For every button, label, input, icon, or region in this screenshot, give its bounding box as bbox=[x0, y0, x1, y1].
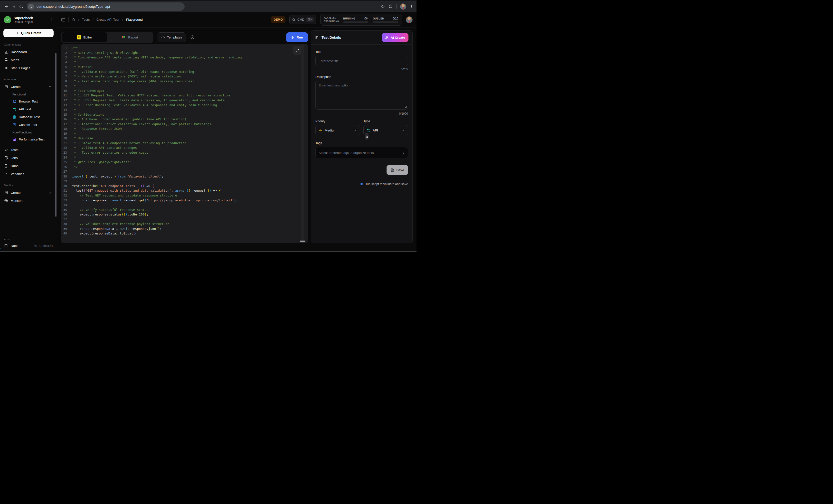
editor-scrollbar-thumb[interactable] bbox=[300, 241, 305, 242]
sidebar-item-performance-test[interactable]: k6 Performance Test bbox=[13, 136, 54, 143]
square-plus-icon bbox=[4, 85, 8, 89]
reload-button[interactable] bbox=[18, 3, 25, 10]
chrome-menu-icon[interactable] bbox=[410, 5, 413, 8]
description-counter: 0/1000 bbox=[315, 112, 408, 115]
code-editor[interactable]: 1/**2 * REST API testing with Playwright… bbox=[61, 44, 308, 243]
api-arrows-icon bbox=[366, 128, 370, 132]
chevron-down-icon bbox=[354, 129, 357, 132]
priority-select[interactable]: Medium bbox=[315, 125, 360, 135]
user-avatar[interactable] bbox=[406, 16, 412, 23]
grip-dots-icon bbox=[366, 135, 368, 138]
sidebar-item-custom-test[interactable]: Custom Test bbox=[13, 121, 54, 129]
back-button[interactable] bbox=[3, 3, 10, 10]
code-line: 15 * Configuration: bbox=[61, 112, 308, 117]
address-bar[interactable]: demo.supercheck.io/playground?scriptType… bbox=[27, 2, 185, 11]
panel-title: Test Details bbox=[322, 35, 341, 40]
command-search-button[interactable]: CMD ⌘K bbox=[289, 15, 316, 24]
project-subtitle: Default Project bbox=[14, 20, 33, 24]
type-label: Type bbox=[363, 119, 408, 123]
home-icon[interactable] bbox=[72, 18, 75, 21]
code-line: 14 * bbox=[61, 107, 308, 112]
code-line: 12 * 2. POST Request Test: Tests data su… bbox=[61, 98, 308, 103]
project-switcher[interactable]: Supercheck Default Project bbox=[3, 15, 54, 24]
breadcrumb-tests[interactable]: Tests bbox=[82, 18, 90, 21]
url-text[interactable]: demo.supercheck.io/playground?scriptType… bbox=[37, 5, 110, 8]
playwright-masks-icon bbox=[122, 35, 126, 40]
quick-create-button[interactable]: Quick Create bbox=[3, 29, 54, 37]
search-icon bbox=[292, 18, 295, 21]
sidebar-item-alerts[interactable]: Alerts bbox=[3, 56, 54, 64]
priority-label: Priority bbox=[315, 119, 360, 123]
panel-resize-handle[interactable] bbox=[365, 133, 368, 140]
editor-toolbar: JS Editor bbox=[61, 30, 308, 44]
code-line: 8 * - Test error handling for edge cases… bbox=[61, 79, 308, 84]
code-line: 17 * - Assertions: Strict validation (ex… bbox=[61, 122, 308, 127]
code-line: 29 bbox=[61, 179, 308, 184]
templates-button[interactable]: Templates bbox=[158, 32, 186, 42]
save-hint: Run script to validate and save bbox=[315, 182, 408, 186]
code-line: 35 // Verify successful response status bbox=[61, 208, 308, 212]
bookmark-star-icon[interactable] bbox=[381, 4, 385, 9]
tags-select[interactable]: Select or create tags to organize tests.… bbox=[315, 147, 408, 158]
code-line: 18 * - Response Format: JSON bbox=[61, 126, 308, 131]
bell-icon bbox=[4, 58, 8, 62]
sidebar-toggle-button[interactable] bbox=[61, 18, 66, 22]
code-line: 22 * - Validate API contract changes bbox=[61, 145, 308, 150]
code-line: 20 * Use Case: bbox=[61, 136, 308, 141]
queued-group: QUEUED0/10 bbox=[373, 17, 398, 23]
chrome-divider bbox=[396, 4, 397, 9]
plus-icon bbox=[16, 31, 19, 35]
priority-medium-arrow-icon bbox=[318, 128, 322, 132]
editor-scrollbar-track[interactable] bbox=[301, 44, 304, 243]
code-line: 28import { test, expect } from '@playwri… bbox=[61, 174, 308, 179]
browser-chrome: demo.supercheck.io/playground?scriptType… bbox=[0, 0, 416, 12]
code-line: 16 * - API Base: JSONPlaceholder (public… bbox=[61, 117, 308, 122]
code-line: 40 expect(responseData).toEqual({ bbox=[61, 231, 308, 236]
variables-icon bbox=[4, 172, 8, 176]
ai-create-button[interactable]: AI Create bbox=[382, 33, 408, 42]
sidebar-item-runs[interactable]: Runs bbox=[3, 162, 54, 170]
expand-editor-button[interactable] bbox=[293, 46, 302, 55]
description-textarea[interactable] bbox=[315, 81, 408, 110]
running-label: RUNNING bbox=[343, 17, 355, 20]
code-line: 27 bbox=[61, 169, 308, 174]
sidebar-item-tests[interactable]: Tests bbox=[3, 146, 54, 154]
running-value: 0/4 bbox=[364, 17, 368, 20]
extensions-icon[interactable] bbox=[388, 4, 393, 9]
tags-label: Tags bbox=[315, 141, 408, 145]
tab-report[interactable]: Report bbox=[107, 32, 152, 42]
running-progress bbox=[343, 21, 368, 23]
code-line: 38 // Validate complete response payload… bbox=[61, 221, 308, 226]
sidebar-scrollbar[interactable] bbox=[55, 53, 56, 217]
sidebar-item-database-test[interactable]: Database Test bbox=[13, 113, 54, 121]
run-button[interactable]: Run bbox=[286, 32, 308, 42]
test-details-panel: Test Details AI Create Title 0/255 Descr… bbox=[311, 30, 412, 243]
label-non-functional: Non-Functional bbox=[13, 131, 54, 134]
site-info-icon[interactable] bbox=[28, 4, 34, 9]
sidebar-item-create-monitor[interactable]: Create bbox=[3, 189, 54, 197]
info-icon[interactable] bbox=[190, 35, 195, 40]
sidebar-item-variables[interactable]: Variables bbox=[3, 170, 54, 178]
queued-value: 0/10 bbox=[392, 17, 398, 20]
sidebar-item-api-test[interactable]: API Test bbox=[13, 105, 54, 113]
browser-profile-avatar[interactable] bbox=[400, 3, 406, 10]
forward-button[interactable] bbox=[10, 3, 18, 10]
type-select[interactable]: API bbox=[363, 125, 408, 135]
sidebar-item-status-pages[interactable]: Status Pages bbox=[3, 64, 54, 72]
title-input[interactable] bbox=[315, 56, 408, 66]
sidebar-item-create-automate[interactable]: Create bbox=[3, 83, 54, 91]
running-group: RUNNING0/4 bbox=[343, 17, 368, 23]
sidebar-item-dashboard[interactable]: Dashboard bbox=[3, 48, 54, 56]
chevrons-up-down-icon bbox=[50, 18, 53, 21]
sidebar-item-jobs[interactable]: Jobs bbox=[3, 154, 54, 162]
tab-editor[interactable]: JS Editor bbox=[62, 32, 107, 42]
docs-link[interactable]: Docs bbox=[11, 244, 18, 248]
breadcrumb-create-api-test[interactable]: Create API Test bbox=[96, 18, 119, 21]
code-line: 10 * Test Coverage: bbox=[61, 88, 308, 93]
sidebar-item-browser-test[interactable]: Browser Test bbox=[13, 98, 54, 105]
code-line: 6 * - Validate read operations (GET) wit… bbox=[61, 69, 308, 74]
save-button[interactable]: Save bbox=[386, 165, 408, 175]
sidebar-item-monitors[interactable]: Monitors bbox=[3, 197, 54, 205]
code-slash-icon bbox=[161, 35, 165, 39]
resize-grip-icon[interactable] bbox=[405, 106, 407, 109]
